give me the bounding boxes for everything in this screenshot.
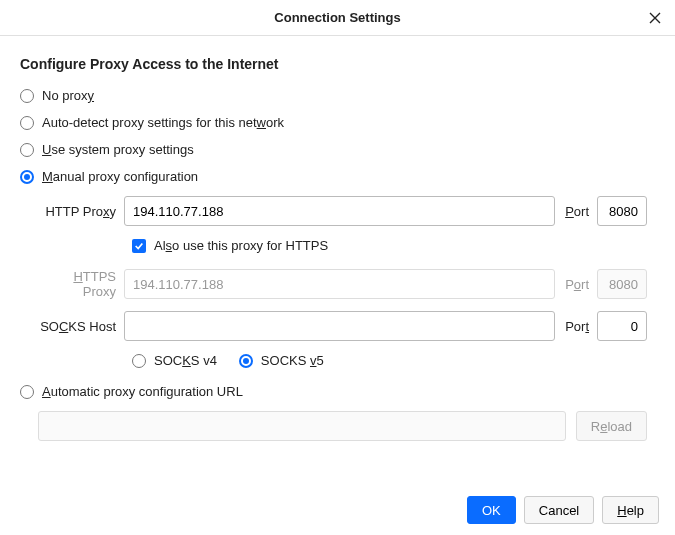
radio-icon (20, 143, 34, 157)
dialog-header: Connection Settings (0, 0, 675, 36)
help-button[interactable]: Help (602, 496, 659, 524)
http-proxy-port-input[interactable] (597, 196, 647, 226)
also-https-label: Also use this proxy for HTTPS (154, 238, 328, 253)
radio-icon (132, 354, 146, 368)
http-proxy-row: HTTP Proxy Port (38, 196, 647, 226)
radio-icon-checked (20, 170, 34, 184)
socks-port-input[interactable] (597, 311, 647, 341)
radio-label: No proxy (42, 88, 94, 103)
http-port-label: Port (555, 204, 597, 219)
dialog-title: Connection Settings (274, 10, 400, 25)
radio-label: Use system proxy settings (42, 142, 194, 157)
radio-manual-proxy[interactable]: Manual proxy configuration (20, 169, 647, 184)
https-proxy-port-input (597, 269, 647, 299)
radio-label: SOCKS v5 (261, 353, 324, 368)
section-heading: Configure Proxy Access to the Internet (20, 56, 647, 72)
radio-icon-checked (239, 354, 253, 368)
http-proxy-label: HTTP Proxy (38, 204, 124, 219)
radio-label: SOCKS v4 (154, 353, 217, 368)
cancel-button[interactable]: Cancel (524, 496, 594, 524)
radio-icon (20, 385, 34, 399)
dialog-footer: OK Cancel Help (0, 485, 675, 535)
reload-button: Reload (576, 411, 647, 441)
radio-auto-config-url[interactable]: Automatic proxy configuration URL (20, 384, 647, 399)
https-proxy-host-input (124, 269, 555, 299)
http-proxy-host-input[interactable] (124, 196, 555, 226)
radio-label: Automatic proxy configuration URL (42, 384, 243, 399)
close-icon (649, 12, 661, 24)
https-proxy-label: HTTPS Proxy (38, 269, 124, 299)
also-https-checkbox-row[interactable]: Also use this proxy for HTTPS (132, 238, 647, 253)
socks-host-row: SOCKS Host Port (38, 311, 647, 341)
content-scroll[interactable]: Configure Proxy Access to the Internet N… (0, 36, 675, 485)
socks-host-label: SOCKS Host (38, 319, 124, 334)
radio-label: Manual proxy configuration (42, 169, 198, 184)
socks-host-input[interactable] (124, 311, 555, 341)
radio-auto-detect[interactable]: Auto-detect proxy settings for this netw… (20, 115, 647, 130)
socks-port-label: Port (555, 319, 597, 334)
pac-url-row: Reload (38, 411, 647, 441)
radio-socks-v5[interactable]: SOCKS v5 (239, 353, 324, 368)
ok-button[interactable]: OK (467, 496, 516, 524)
pac-url-input (38, 411, 566, 441)
radio-socks-v4[interactable]: SOCKS v4 (132, 353, 217, 368)
radio-icon (20, 89, 34, 103)
radio-icon (20, 116, 34, 130)
radio-system-proxy[interactable]: Use system proxy settings (20, 142, 647, 157)
https-proxy-row: HTTPS Proxy Port (38, 269, 647, 299)
close-button[interactable] (645, 8, 665, 28)
checkbox-checked-icon (132, 239, 146, 253)
socks-version-row: SOCKS v4 SOCKS v5 (132, 353, 647, 368)
https-port-label: Port (555, 277, 597, 292)
radio-label: Auto-detect proxy settings for this netw… (42, 115, 284, 130)
radio-no-proxy[interactable]: No proxy (20, 88, 647, 103)
